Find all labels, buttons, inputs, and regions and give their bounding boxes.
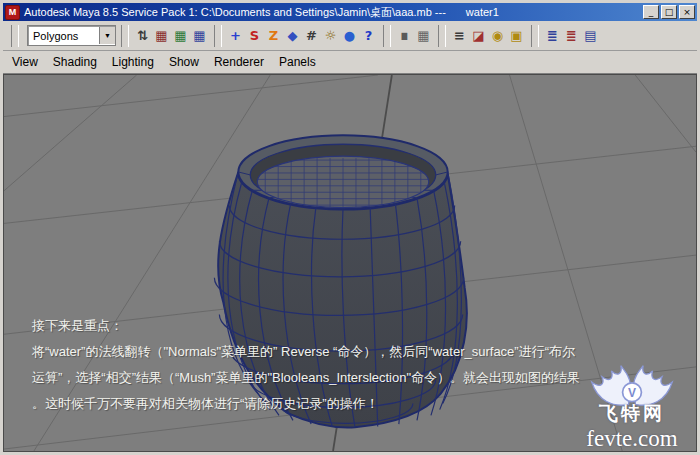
- grid-icon[interactable]: #: [302, 26, 321, 45]
- watermark-site-name: 飞特网: [572, 401, 692, 427]
- panel-menu-show[interactable]: Show: [169, 55, 199, 69]
- plus-icon[interactable]: +: [226, 26, 245, 45]
- tool-settings-icon[interactable]: ≣: [562, 26, 581, 45]
- toolbar-separator[interactable]: [531, 25, 539, 47]
- title-bar[interactable]: M Autodesk Maya 8.5 Service Pack 1: C:\D…: [3, 3, 697, 21]
- window-title: Autodesk Maya 8.5 Service Pack 1: C:\Doc…: [24, 5, 446, 20]
- snap-to-grid-icon[interactable]: ▦: [152, 26, 171, 45]
- panel-menu-view[interactable]: View: [12, 55, 38, 69]
- fevte-watermark: V 飞特网 fevte.com: [572, 358, 692, 451]
- history-list-icon[interactable]: ≡: [450, 26, 469, 45]
- window-document-name: water1: [466, 6, 499, 18]
- maya-window: M Autodesk Maya 8.5 Service Pack 1: C:\D…: [0, 0, 700, 455]
- status-line-toolbar: Polygons ▼ ⇅▦▦▦+SZ◆#☼●?∎▦≡◪◉▣≣≣▤: [3, 21, 697, 51]
- chevron-down-icon[interactable]: ▼: [99, 27, 115, 44]
- tutorial-text-line: 接下来是重点：: [32, 313, 580, 339]
- texture-icon[interactable]: ▣: [507, 26, 526, 45]
- attribute-editor-icon[interactable]: ≣: [543, 26, 562, 45]
- water-surface[interactable]: [257, 156, 429, 207]
- output-connections-icon[interactable]: Z: [264, 26, 283, 45]
- render-settings-icon[interactable]: ◉: [488, 26, 507, 45]
- window-controls: _ □ ×: [643, 5, 695, 19]
- minimize-button[interactable]: _: [643, 5, 659, 19]
- logo-letter: V: [628, 386, 636, 400]
- close-button[interactable]: ×: [679, 5, 695, 19]
- perspective-viewport[interactable]: 接下来是重点：将“water”的法线翻转（"Normals"菜单里的” Reve…: [3, 74, 697, 452]
- menu-set-dropdown[interactable]: Polygons ▼: [27, 25, 116, 46]
- toolbar-icon-strip: ⇅▦▦▦+SZ◆#☼●?∎▦≡◪◉▣≣≣▤: [116, 25, 600, 47]
- maximize-button[interactable]: □: [661, 5, 677, 19]
- construction-history-icon[interactable]: ◆: [283, 26, 302, 45]
- toolbar-grip[interactable]: [11, 25, 19, 47]
- watermark-site-url: fevte.com: [572, 427, 692, 451]
- tutorial-text-line: 将“water”的法线翻转（"Normals"菜单里的” Reverse “命令…: [32, 339, 580, 365]
- panel-menu-panels[interactable]: Panels: [279, 55, 316, 69]
- panel-menu-bar: ViewShadingLightingShowRendererPanels: [3, 51, 697, 74]
- show-manipulator-icon[interactable]: ⇅: [133, 26, 152, 45]
- channel-box-icon[interactable]: ▤: [581, 26, 600, 45]
- menu-set-value: Polygons: [28, 30, 99, 42]
- tutorial-text: 接下来是重点：将“water”的法线翻转（"Normals"菜单里的” Reve…: [32, 313, 580, 417]
- snap-to-point-icon[interactable]: ▦: [190, 26, 209, 45]
- paint-bucket-icon[interactable]: ◪: [469, 26, 488, 45]
- toolbar-separator[interactable]: [121, 25, 129, 47]
- light-icon[interactable]: ☼: [321, 26, 340, 45]
- lock-icon[interactable]: ∎: [395, 26, 414, 45]
- toolbar-separator[interactable]: [383, 25, 391, 47]
- tutorial-text-line: 运算”，选择“相交”结果（“Mush”菜单里的"Blooleans_Inters…: [32, 365, 580, 391]
- maya-app-icon: M: [5, 5, 20, 20]
- panel-menu-shading[interactable]: Shading: [53, 55, 97, 69]
- panel-menu-renderer[interactable]: Renderer: [214, 55, 264, 69]
- toolbar-separator[interactable]: [214, 25, 222, 47]
- render-globe-icon[interactable]: ●: [340, 26, 359, 45]
- help-icon[interactable]: ?: [359, 26, 378, 45]
- snap-to-curve-icon[interactable]: ▦: [171, 26, 190, 45]
- grid-snap-icon[interactable]: ▦: [414, 26, 433, 45]
- toolbar-separator[interactable]: [438, 25, 446, 47]
- input-connections-icon[interactable]: S: [245, 26, 264, 45]
- tutorial-text-line: 。这时候千万不要再对相关物体进行“请除历史记录”的操作！: [32, 391, 580, 417]
- panel-menu-lighting[interactable]: Lighting: [112, 55, 154, 69]
